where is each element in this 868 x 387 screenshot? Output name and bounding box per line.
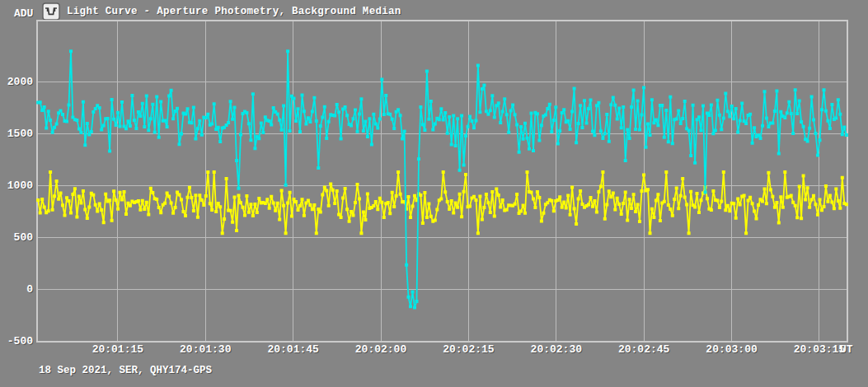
y-tick-label: 1500 xyxy=(0,128,33,140)
x-tick-label: 20:02:15 xyxy=(431,344,505,356)
x-axis-unit-label: UT xyxy=(840,344,853,356)
x-tick-label: 20:01:15 xyxy=(81,344,155,356)
y-tick-label: 500 xyxy=(0,232,33,244)
background-median-yellow-line xyxy=(38,172,847,233)
y-tick-label: -500 xyxy=(0,336,33,347)
y-tick-label: 0 xyxy=(0,284,33,296)
light-curve-plot-canvas[interactable] xyxy=(0,0,868,387)
x-tick-label: 20:01:30 xyxy=(168,344,242,356)
light-curve-window: ADU Light Curve - Aperture Photometry, B… xyxy=(0,0,868,387)
y-tick-label: 1000 xyxy=(0,180,33,192)
x-tick-label: 20:02:00 xyxy=(344,344,418,356)
x-tick-label: 20:02:30 xyxy=(519,344,594,356)
recording-info: 18 Sep 2021, SER, QHY174-GPS xyxy=(39,365,212,376)
y-tick-label: 2000 xyxy=(0,77,33,88)
x-tick-label: 20:01:45 xyxy=(256,344,331,356)
x-tick-label: 20:03:00 xyxy=(695,344,769,356)
x-tick-label: 20:02:45 xyxy=(607,344,681,356)
